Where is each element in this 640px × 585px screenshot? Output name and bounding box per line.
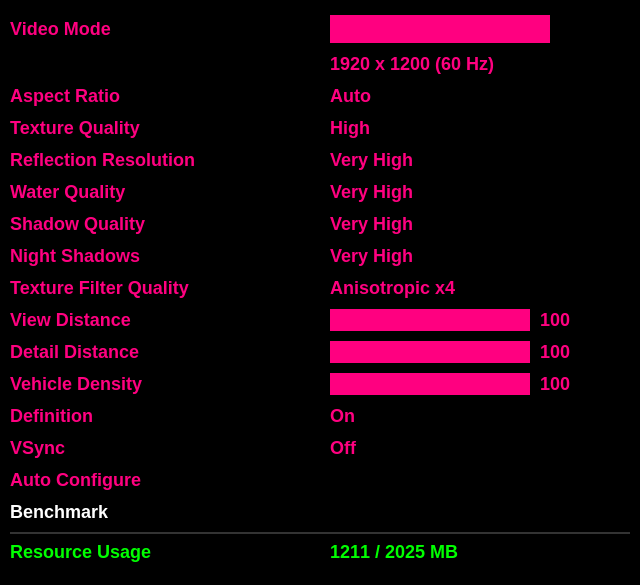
benchmark-label[interactable]: Benchmark: [10, 502, 330, 523]
auto-configure-label[interactable]: Auto Configure: [10, 470, 330, 491]
reflection-resolution-row: Reflection Resolution Very High: [10, 144, 630, 176]
settings-container: Video Mode placeholder 1920 x 1200 (60 H…: [0, 0, 640, 585]
view-distance-row: View Distance 100: [10, 304, 630, 336]
water-quality-value[interactable]: Very High: [330, 182, 630, 203]
resource-usage-label: Resource Usage: [10, 542, 330, 563]
definition-value[interactable]: On: [330, 406, 630, 427]
vehicle-density-label: Vehicle Density: [10, 374, 330, 395]
night-shadows-row: Night Shadows Very High: [10, 240, 630, 272]
shadow-quality-value[interactable]: Very High: [330, 214, 630, 235]
aspect-ratio-label: Aspect Ratio: [10, 86, 330, 107]
texture-filter-quality-value[interactable]: Anisotropic x4: [330, 278, 630, 299]
detail-distance-slider[interactable]: [330, 341, 530, 363]
water-quality-label: Water Quality: [10, 182, 330, 203]
video-mode-row: Video Mode: [10, 10, 630, 48]
night-shadows-label: Night Shadows: [10, 246, 330, 267]
view-distance-value: 100: [540, 310, 580, 331]
vsync-row: VSync Off: [10, 432, 630, 464]
resource-usage-row: Resource Usage 1211 / 2025 MB: [10, 532, 630, 571]
vsync-value[interactable]: Off: [330, 438, 630, 459]
shadow-quality-label: Shadow Quality: [10, 214, 330, 235]
video-mode-bar[interactable]: [330, 15, 550, 43]
water-quality-row: Water Quality Very High: [10, 176, 630, 208]
texture-quality-value[interactable]: High: [330, 118, 630, 139]
texture-filter-quality-row: Texture Filter Quality Anisotropic x4: [10, 272, 630, 304]
vehicle-density-slider[interactable]: [330, 373, 530, 395]
detail-distance-slider-container: 100: [330, 341, 630, 363]
detail-distance-value: 100: [540, 342, 580, 363]
vsync-label: VSync: [10, 438, 330, 459]
reflection-resolution-value[interactable]: Very High: [330, 150, 630, 171]
video-mode-label: Video Mode: [10, 19, 330, 40]
definition-label: Definition: [10, 406, 330, 427]
texture-filter-quality-label: Texture Filter Quality: [10, 278, 330, 299]
vehicle-density-row: Vehicle Density 100: [10, 368, 630, 400]
detail-distance-row: Detail Distance 100: [10, 336, 630, 368]
view-distance-slider[interactable]: [330, 309, 530, 331]
shadow-quality-row: Shadow Quality Very High: [10, 208, 630, 240]
view-distance-label: View Distance: [10, 310, 330, 331]
texture-quality-label: Texture Quality: [10, 118, 330, 139]
vehicle-density-slider-container: 100: [330, 373, 630, 395]
reflection-resolution-label: Reflection Resolution: [10, 150, 330, 171]
detail-distance-label: Detail Distance: [10, 342, 330, 363]
vehicle-density-value: 100: [540, 374, 580, 395]
definition-row: Definition On: [10, 400, 630, 432]
texture-quality-row: Texture Quality High: [10, 112, 630, 144]
benchmark-row: Benchmark: [10, 496, 630, 528]
aspect-ratio-row: Aspect Ratio Auto: [10, 80, 630, 112]
auto-configure-row: Auto Configure: [10, 464, 630, 496]
resource-usage-value: 1211 / 2025 MB: [330, 542, 630, 563]
video-mode-value[interactable]: 1920 x 1200 (60 Hz): [330, 54, 630, 75]
night-shadows-value[interactable]: Very High: [330, 246, 630, 267]
video-mode-value-row: placeholder 1920 x 1200 (60 Hz): [10, 48, 630, 80]
view-distance-slider-container: 100: [330, 309, 630, 331]
aspect-ratio-value[interactable]: Auto: [330, 86, 630, 107]
